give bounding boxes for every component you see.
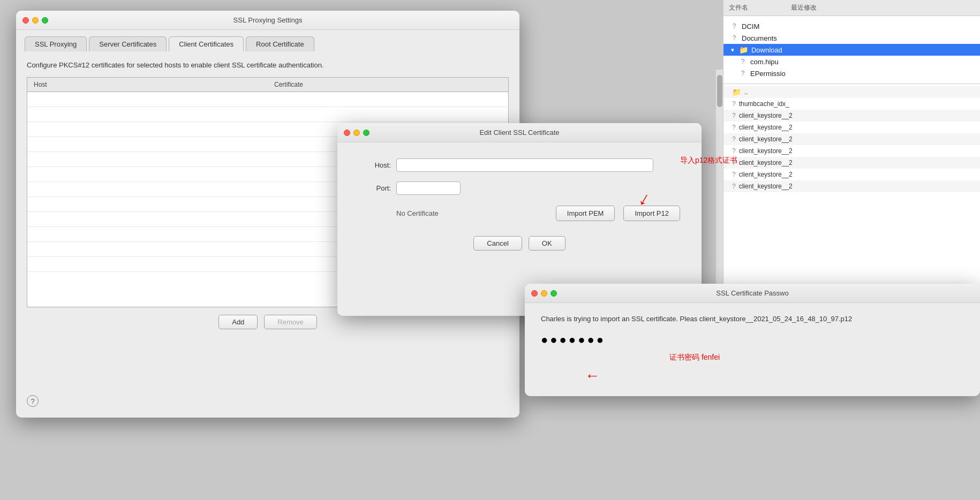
file-panel: 文件名 最近修改 ? DCIM ? Documents ▼ 📁 Download… xyxy=(723,0,980,321)
tab-bar: SSL Proxying Server Certificates Client … xyxy=(16,30,519,51)
file-rows: 📁 .. ? thumbcache_idx_ ? client_keystore… xyxy=(723,84,980,194)
question-icon: ? xyxy=(732,112,736,119)
edit-close-button[interactable] xyxy=(344,130,350,136)
file-label-download: Download xyxy=(751,46,782,54)
tab-server-certs[interactable]: Server Certificates xyxy=(89,36,167,51)
file-row-name: thumbcache_idx_ xyxy=(739,100,789,108)
question-icon: ? xyxy=(738,69,747,78)
file-item-com-hipu[interactable]: ? com.hipu xyxy=(723,56,980,67)
tab-client-certs[interactable]: Client Certificates xyxy=(169,36,244,51)
help-button[interactable]: ? xyxy=(27,395,39,407)
col-host: Host xyxy=(27,81,268,88)
question-icon: ? xyxy=(732,135,736,143)
file-row-name: client_keystore__2 xyxy=(739,112,793,119)
file-row-name: client_keystore__2 xyxy=(739,183,793,190)
file-row-name: .. xyxy=(744,88,748,96)
cancel-button[interactable]: Cancel xyxy=(473,236,522,251)
ok-button[interactable]: OK xyxy=(529,236,566,251)
tab-ssl-proxying[interactable]: SSL Proxying xyxy=(25,36,87,51)
file-row-name: client_keystore__2 xyxy=(739,171,793,178)
edit-ssl-titlebar: Edit Client SSL Certificate xyxy=(337,123,702,142)
question-icon: ? xyxy=(732,124,736,131)
password-titlebar: SSL Certificate Passwo xyxy=(525,284,980,303)
import-p12-annotation: 导入p12格式证书 xyxy=(680,155,737,165)
cert-password-annotation: 证书密码 fenfei xyxy=(669,352,720,362)
ssl-description: Configure PKCS#12 certificates for selec… xyxy=(27,60,509,71)
host-label: Host: xyxy=(359,161,391,169)
cert-password-arrow: ← xyxy=(585,367,600,384)
file-item-dcim[interactable]: ? DCIM xyxy=(723,20,980,32)
edit-traffic-lights xyxy=(344,130,370,136)
file-row[interactable]: ? client_keystore__2 xyxy=(723,157,980,169)
file-tree: ? DCIM ? Documents ▼ 📁 Download ? com.hi… xyxy=(723,16,980,84)
table-row[interactable] xyxy=(27,92,508,107)
pw-close-button[interactable] xyxy=(531,290,538,297)
no-cert-label: No Certificate xyxy=(396,209,439,217)
add-button[interactable]: Add xyxy=(218,315,258,329)
close-button[interactable] xyxy=(22,17,29,24)
password-window-title: SSL Certificate Passwo xyxy=(716,289,788,297)
file-row[interactable]: ? client_keystore__2 xyxy=(723,122,980,133)
port-field-row: Port: xyxy=(359,181,680,195)
file-row[interactable]: ? client_keystore__2 xyxy=(723,110,980,122)
port-label: Port: xyxy=(359,184,391,192)
import-pem-button[interactable]: Import PEM xyxy=(556,206,615,221)
password-message: Charles is trying to import an SSL certi… xyxy=(541,314,964,324)
pw-maximize-button[interactable] xyxy=(551,290,557,297)
question-icon: ? xyxy=(730,22,738,31)
file-row-name: client_keystore__2 xyxy=(739,124,793,131)
question-icon: ? xyxy=(738,57,747,66)
edit-dialog-buttons: Cancel OK xyxy=(359,236,680,251)
file-row[interactable]: ? client_keystore__2 xyxy=(723,145,980,157)
file-row[interactable]: ? client_keystore__2 xyxy=(723,133,980,145)
col-cert: Certificate xyxy=(268,81,508,88)
file-item-download[interactable]: ▼ 📁 Download xyxy=(723,44,980,56)
question-icon: ? xyxy=(732,183,736,190)
col-filename: 文件名 xyxy=(729,3,748,12)
import-p12-text: 导入p12格式证书 xyxy=(680,156,737,164)
file-label-epermission: EPermissio xyxy=(750,70,786,78)
folder-icon: 📁 xyxy=(740,46,748,54)
question-icon: ? xyxy=(730,34,738,42)
col-modified: 最近修改 xyxy=(791,3,817,12)
question-icon: ? xyxy=(732,100,736,108)
edit-minimize-button[interactable] xyxy=(353,130,360,136)
file-row[interactable]: ? thumbcache_idx_ xyxy=(723,98,980,110)
table-row[interactable] xyxy=(27,107,508,122)
file-item-documents[interactable]: ? Documents xyxy=(723,32,980,44)
pw-minimize-button[interactable] xyxy=(541,290,547,297)
folder-icon: 📁 xyxy=(732,88,741,96)
question-icon: ? xyxy=(732,171,736,178)
edit-maximize-button[interactable] xyxy=(363,130,370,136)
password-field[interactable]: ●●●●●●● xyxy=(541,333,606,347)
cert-password-text: 证书密码 fenfei xyxy=(669,353,720,361)
tab-root-cert[interactable]: Root Certificate xyxy=(246,36,314,51)
file-label-dcim: DCIM xyxy=(742,22,759,31)
action-buttons: Add Remove xyxy=(27,315,509,329)
host-input[interactable] xyxy=(396,158,653,172)
ssl-window-titlebar: SSL Proxying Settings xyxy=(16,11,519,30)
import-p12-button[interactable]: Import P12 xyxy=(623,206,680,221)
file-row-name: client_keystore__2 xyxy=(739,135,793,143)
file-item-epermission[interactable]: ? EPermissio xyxy=(723,67,980,79)
cert-row: No Certificate Import PEM Import P12 xyxy=(359,206,680,221)
file-row-name: client_keystore__2 xyxy=(739,159,793,166)
host-field-row: Host: xyxy=(359,158,680,172)
port-input[interactable] xyxy=(396,181,461,195)
edit-ssl-title: Edit Client SSL Certificate xyxy=(479,128,559,137)
ssl-window-title: SSL Proxying Settings xyxy=(233,16,303,24)
file-row-name: client_keystore__2 xyxy=(739,147,793,155)
maximize-button[interactable] xyxy=(42,17,48,24)
table-header: Host Certificate xyxy=(27,78,508,92)
pw-traffic-lights xyxy=(531,290,557,297)
file-row[interactable]: 📁 .. xyxy=(723,86,980,98)
file-label-documents: Documents xyxy=(742,34,777,42)
traffic-lights xyxy=(22,17,48,24)
scrollbar-thumb[interactable] xyxy=(717,75,722,107)
minimize-button[interactable] xyxy=(32,17,39,24)
file-label-com-hipu: com.hipu xyxy=(750,58,779,66)
password-content: Charles is trying to import an SSL certi… xyxy=(525,303,980,358)
file-row[interactable]: ? client_keystore__2 xyxy=(723,169,980,180)
file-row[interactable]: ? client_keystore__2 xyxy=(723,180,980,192)
remove-button[interactable]: Remove xyxy=(264,315,316,329)
